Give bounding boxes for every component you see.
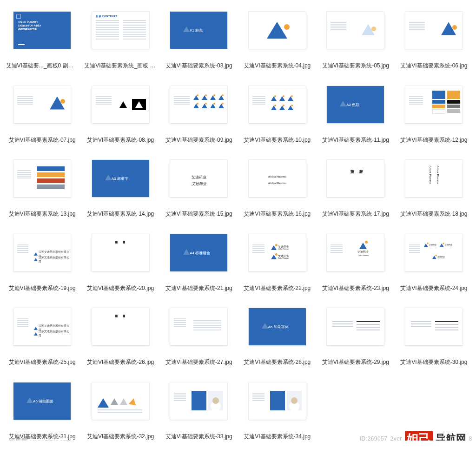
file-item[interactable]: 江苏艾迪药业股份有限公司 江苏艾迪药业股份有限公司艾迪VI基础要素系统-25.j… [6, 301, 79, 366]
thumbnail-grid: VISUAL IDENTITYSYSTEM FOR AIDEA品牌形象识别手册 … [0, 0, 476, 441]
file-caption: 艾迪VI基础要素系统-24.jpg [397, 285, 470, 292]
thumbnail[interactable]: 江苏艾迪药业股份有限公司 江苏艾迪药业股份有限公司 [13, 234, 71, 271]
thumbnail[interactable]: A4 标准组合 [170, 234, 227, 271]
file-item[interactable]: 江苏艾迪药业股份有限公司 江苏艾迪药业股份有限公司艾迪VI基础要素系统-20.j… [84, 227, 157, 292]
thumbnail[interactable] [405, 308, 463, 345]
file-item[interactable]: 艾迪VI基础要素系统-32.jpg [84, 376, 157, 441]
file-caption: 艾迪VI基础要素系统-29.jpg [319, 359, 392, 366]
file-item[interactable]: 艾迪VI基础要素系统-12.jpg [397, 79, 470, 144]
file-item[interactable]: A6 辅助图形艾迪VI基础要素系统-31.jpg [6, 376, 79, 441]
file-item[interactable]: A1 标志艾迪VI基础要素系统-03.jpg [163, 5, 235, 70]
file-caption: 艾迪VI基础要素系统-34.jpg [241, 433, 313, 441]
file-item[interactable]: 艾迪VI基础要素系统-05.jpg [319, 5, 392, 70]
thumbnail[interactable]: A6 辅助图形 [13, 382, 71, 420]
thumbnail[interactable] [327, 308, 384, 345]
file-item[interactable]: 江苏艾迪药业股份有限公司 江苏艾迪药业股份有限公司艾迪VI基础要素系统-26.j… [84, 301, 157, 366]
file-caption: 艾迪VI基础要素系统-22.jpg [241, 285, 313, 292]
file-item[interactable]: 艾迪药业 艾迪药业艾迪VI基础要素系统-17.jpg [319, 153, 392, 218]
thumbnail[interactable] [327, 12, 384, 49]
file-item[interactable]: 目录 CONTENTS 艾迪VI基础要素系统_画板 1.jpg [84, 5, 157, 70]
file-caption: 艾迪VI基础要素系统-15.jpg [163, 211, 235, 218]
thumbnail[interactable] [249, 12, 306, 49]
watermark-brand-rest: 导航网 [436, 432, 466, 441]
thumbnail[interactable]: 艾迪药业 艾迪药业 [327, 160, 384, 197]
file-item[interactable]: 艾迪VI基础要素系统-07.jpg [6, 79, 79, 144]
thumbnail[interactable]: A5 印刷字体 [249, 308, 306, 345]
thumbnail[interactable] [405, 86, 463, 123]
file-caption: 艾迪VI基础要素系统-03.jpg [163, 62, 235, 70]
file-caption: 艾迪VI基础要素系统-21.jpg [163, 285, 235, 292]
thumbnail[interactable]: VISUAL IDENTITYSYSTEM FOR AIDEA品牌形象识别手册 [13, 12, 71, 49]
thumbnail[interactable] [249, 382, 306, 420]
file-caption: 艾迪VI基础要素系统-09.jpg [163, 137, 235, 144]
file-item[interactable]: 艾迪VI基础要素系统-29.jpg [319, 301, 392, 366]
file-caption: 艾迪VI基础要素系统-23.jpg [319, 285, 392, 292]
watermark-id: ID:269057 [360, 435, 388, 441]
thumbnail[interactable]: 江苏艾迪药业股份有限公司 江苏艾迪药业股份有限公司 [92, 234, 149, 271]
thumbnail[interactable]: A2 色彩 [327, 86, 384, 123]
file-caption: 艾迪VI基础要素系统-20.jpg [84, 285, 157, 292]
watermark-left: 昵图网 www.nipic.com [9, 437, 71, 441]
file-item[interactable]: 艾迪药业 Aidea Pharma 艾迪VI基础要素系统-23.jpg [319, 227, 392, 292]
file-item[interactable]: 艾迪VI基础要素系统-34.jpg [241, 376, 313, 441]
thumbnail[interactable] [405, 12, 463, 49]
thumbnail[interactable] [170, 86, 227, 123]
file-item[interactable]: 艾迪VI基础要素系统-09.jpg [163, 79, 235, 144]
file-caption: 艾迪VI基础要素系统_画板 1.jpg [84, 62, 157, 70]
thumbnail[interactable]: 目录 CONTENTS [92, 12, 149, 49]
thumbnail[interactable] [92, 382, 149, 420]
file-item[interactable]: Aidea Pharma Aidea Pharma艾迪VI基础要素系统-16.j… [241, 153, 313, 218]
file-item[interactable]: 艾迪药业 Aidea Pharma 艾迪药业 Aidea Pharma 艾迪VI… [241, 227, 313, 292]
file-item[interactable]: A5 印刷字体艾迪VI基础要素系统-28.jpg [241, 301, 313, 366]
file-caption: 艾迪VI基础要素系统-10.jpg [241, 137, 313, 144]
file-caption: 艾迪VI基础要素系统-07.jpg [6, 137, 79, 144]
file-caption: 艾迪VI基础要素系统-19.jpg [6, 285, 79, 292]
file-caption: 艾迪VI基础要素系统-32.jpg [84, 433, 157, 441]
file-item[interactable]: 艾迪VI基础要素系统-27.jpg [163, 301, 235, 366]
file-caption: 艾迪VI基础要素系统-33.jpg [163, 433, 235, 441]
file-caption: 艾迪VI基础要素系统-14.jpg [84, 211, 157, 218]
thumbnail[interactable] [249, 86, 306, 123]
thumbnail[interactable] [92, 86, 149, 123]
thumbnail[interactable]: A1 标志 [170, 12, 227, 49]
thumbnail[interactable] [170, 382, 227, 420]
thumbnail[interactable]: 江苏艾迪药业股份有限公司 江苏艾迪药业股份有限公司 [92, 308, 149, 345]
watermark-right: ID:269057 2ver 妲己 导航网 8 [360, 431, 472, 441]
file-item[interactable]: 艾迪VI基础要素系统-06.jpg [397, 5, 470, 70]
thumbnail[interactable]: A3 标准字 [92, 160, 149, 197]
file-item[interactable]: 艾迪VI基础要素系统-08.jpg [84, 79, 157, 144]
file-caption: 艾迪VI基础要素系统-05.jpg [319, 62, 392, 70]
file-item[interactable]: 艾迪VI基础要素系统-30.jpg [397, 301, 470, 366]
thumbnail[interactable] [13, 86, 71, 123]
file-caption: 艾迪VI基础要素系统-08.jpg [84, 137, 157, 144]
thumbnail[interactable]: 艾迪药业 Aidea Pharma 艾迪药业 Aidea Pharma 艾迪药业… [405, 234, 463, 271]
file-caption: 艾迪VI基础要素系统-25.jpg [6, 359, 79, 366]
file-item[interactable]: A4 标准组合艾迪VI基础要素系统-21.jpg [163, 227, 235, 292]
file-item[interactable]: Aidea Pharma Aidea Pharma艾迪VI基础要素系统-18.j… [397, 153, 470, 218]
file-item[interactable]: 艾迪VI基础要素系统-04.jpg [241, 5, 313, 70]
thumbnail[interactable] [13, 160, 71, 197]
file-caption: 艾迪VI基础要素系统-13.jpg [6, 211, 79, 218]
file-caption: 艾迪VI基础要素系统-06.jpg [397, 62, 470, 70]
file-item[interactable]: 艾迪药业 艾迪药业艾迪VI基础要素系统-15.jpg [163, 153, 235, 218]
file-item[interactable]: A2 色彩艾迪VI基础要素系统-11.jpg [319, 79, 392, 144]
file-item[interactable]: 艾迪药业 Aidea Pharma 艾迪药业 Aidea Pharma 艾迪药业… [397, 227, 470, 292]
file-caption: 艾迪VI基础要素系统-16.jpg [241, 211, 313, 218]
file-caption: 艾迪VI基础要素系统-04.jpg [241, 62, 313, 70]
thumbnail[interactable]: 艾迪药业 Aidea Pharma [327, 234, 384, 271]
file-item[interactable]: 江苏艾迪药业股份有限公司 江苏艾迪药业股份有限公司艾迪VI基础要素系统-19.j… [6, 227, 79, 292]
file-item[interactable]: 艾迪VI基础要素系统-33.jpg [163, 376, 235, 441]
file-caption: 艾迪VI基础要素系统-26.jpg [84, 359, 157, 366]
thumbnail[interactable]: Aidea Pharma Aidea Pharma [249, 160, 306, 197]
file-item[interactable]: 艾迪VI基础要素系统-10.jpg [241, 79, 313, 144]
thumbnail[interactable]: 艾迪药业 艾迪药业 [170, 160, 227, 197]
thumbnail[interactable]: 艾迪药业 Aidea Pharma 艾迪药业 Aidea Pharma [249, 234, 306, 271]
thumbnail[interactable]: 江苏艾迪药业股份有限公司 江苏艾迪药业股份有限公司 [13, 308, 71, 345]
thumbnail[interactable]: Aidea Pharma Aidea Pharma [405, 160, 463, 197]
file-item[interactable]: VISUAL IDENTITYSYSTEM FOR AIDEA品牌形象识别手册 … [6, 5, 79, 70]
file-item[interactable]: 艾迪VI基础要素系统-13.jpg [6, 153, 79, 218]
file-item[interactable]: A3 标准字艾迪VI基础要素系统-14.jpg [84, 153, 157, 218]
file-caption: 艾迪VI基础要素系统-27.jpg [163, 359, 235, 366]
watermark-brand-accent: 妲己 [405, 431, 433, 441]
thumbnail[interactable] [170, 308, 227, 345]
